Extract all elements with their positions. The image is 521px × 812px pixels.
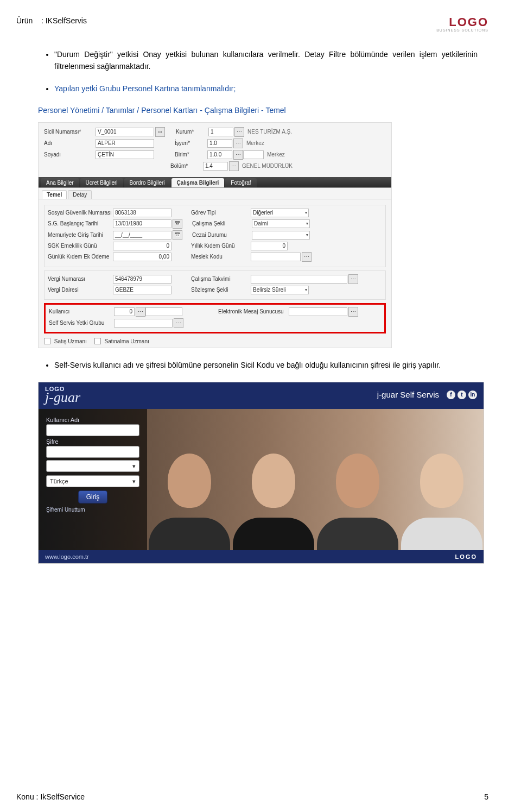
lbl-ykg: Yıllık Kıdem Günü (191, 243, 251, 249)
fld-mk[interactable] (251, 253, 301, 261)
fld-sicil[interactable]: V_0001 (96, 128, 154, 136)
calendar-icon[interactable] (173, 219, 182, 229)
birim-desc: Merkez (267, 152, 285, 158)
login-screenshot: LOGO j-guar j-guar Self Servis f t in Ku… (38, 382, 484, 564)
forgot-password-link[interactable]: Şifremi Unuttum (46, 507, 139, 513)
lbl-mgt: Memuriyete Giriş Tarihi (48, 232, 113, 238)
chevron-down-icon: ▾ (305, 287, 307, 292)
lookup-icon[interactable] (233, 139, 243, 148)
fld-birim-extra[interactable] (243, 150, 264, 159)
lookup-icon[interactable] (233, 150, 243, 160)
fld-vd[interactable]: GEBZE (113, 286, 171, 294)
tab-ucret-bilgileri[interactable]: Ücret Bilgileri (80, 178, 123, 187)
sel-ss[interactable]: Belirsiz Süreli▾ (251, 286, 309, 294)
fld-soyadi[interactable]: ÇETİN (96, 150, 154, 159)
bullet-2-line1: Yapılan yetki Grubu Personel Kartına tan… (54, 84, 236, 93)
product-name: IKSelfServis (46, 16, 87, 25)
social-icons: f t in (447, 391, 477, 399)
lbl-vd: Vergi Dairesi (48, 287, 113, 293)
fld-kullanici[interactable]: 0 (114, 307, 135, 316)
fld-sgn[interactable]: 8063138 (113, 209, 171, 217)
fld-ems[interactable] (289, 307, 347, 316)
lbl-sgb: S.G. Başlangıç Tarihi (48, 221, 113, 226)
lookup-icon[interactable] (348, 274, 358, 284)
fld-bolum-code[interactable]: 1.4 (203, 162, 228, 171)
subtab-temel[interactable]: Temel (42, 190, 67, 199)
fld-seg[interactable]: 0 (113, 242, 171, 250)
chk-satis-uzmani[interactable] (44, 338, 50, 344)
sel-cd[interactable]: ▾ (252, 231, 310, 240)
sel-cs[interactable]: Daimi▾ (252, 219, 310, 228)
tab-fotograf[interactable]: Fotoğraf (225, 178, 256, 187)
lbl-username: Kullanıcı Adı (46, 417, 139, 423)
subtab-detay[interactable]: Detay (68, 190, 92, 199)
twitter-icon[interactable]: t (458, 391, 466, 399)
lbl-gt: Görev Tipi (191, 210, 251, 216)
lbl-ems: Elektronik Mesaj Sunucusu (218, 309, 289, 314)
login-panel: Kullanıcı Adı Şifre ▾ Türkçe▾ Giriş Şifr… (39, 409, 147, 550)
tab-calisma-bilgileri[interactable]: Çalışma Bilgileri (171, 178, 225, 187)
lookup-icon[interactable] (229, 161, 239, 171)
main-tabs: Ana Bilgiler Ücret Bilgileri Bordro Bilg… (39, 177, 391, 188)
konu-value: IkSelfService (40, 792, 85, 801)
lookup-icon[interactable] (174, 318, 183, 328)
lookup-icon[interactable] (234, 127, 244, 137)
lbl-sgn: Sosyal Güvenlik Numarası (48, 210, 113, 216)
bullet-2: Yapılan yetki Grubu Personel Kartına tan… (54, 83, 478, 95)
lbl-password: Şifre (46, 438, 139, 445)
fld-isyeri-code[interactable]: 1.0 (207, 139, 232, 148)
input-password[interactable] (46, 446, 139, 458)
fld-mgt[interactable]: __/__/____ (113, 231, 171, 240)
tab-ana-bilgiler[interactable]: Ana Bilgiler (41, 178, 79, 187)
footer-logo: LOGO (455, 553, 477, 560)
fld-birim-code[interactable]: 1.0.0 (207, 150, 232, 159)
lbl-adi: Adı (44, 140, 96, 146)
chevron-down-icon: ▾ (305, 210, 307, 215)
brand-logo: LOGO BUSINESS SOLUTIONS (436, 16, 488, 32)
fld-vn[interactable]: 546478979 (113, 275, 171, 284)
kurum-desc: NES TURİZM A.Ş. (247, 129, 292, 135)
product-label: Ürün (16, 16, 33, 25)
card-icon[interactable]: ▭ (155, 127, 165, 137)
fld-gke[interactable]: 0,00 (113, 253, 171, 261)
footer-url[interactable]: www.logo.com.tr (45, 553, 89, 560)
select-empty[interactable]: ▾ (46, 460, 139, 472)
calendar-icon[interactable] (173, 230, 182, 240)
bolum-desc: GENEL MÜDÜRLÜK (242, 163, 293, 169)
input-username[interactable] (46, 424, 139, 436)
lbl-kullanici: Kullanıcı (49, 309, 114, 314)
tab-bordro-bilgileri[interactable]: Bordro Bilgileri (124, 178, 170, 187)
facebook-icon[interactable]: f (447, 391, 455, 399)
hero-people-image (147, 409, 484, 550)
logo-text: LOGO (436, 16, 488, 28)
jguar-logo: LOGO j-guar (45, 386, 80, 404)
fld-ssyg[interactable] (114, 319, 173, 328)
lbl-ss: Sözleşme Şekli (191, 287, 251, 293)
linkedin-icon[interactable]: in (468, 391, 477, 399)
login-button[interactable]: Giriş (78, 490, 108, 503)
lbl-bolum: Bölüm* (170, 163, 203, 169)
fld-sgb[interactable]: 13/01/1980 (113, 219, 171, 228)
lbl-ssyg: Self Servis Yetki Grubu (49, 320, 114, 326)
product-sep: : (41, 16, 43, 25)
fld-ct[interactable] (251, 275, 347, 284)
lbl-seg: SGK Emeklilik Günü (48, 243, 113, 249)
fld-kullanici-name[interactable] (145, 307, 182, 316)
chk-satinalma-uzmani[interactable] (94, 338, 101, 344)
highlighted-section: Kullanıcı 0 Elektronik Mesaj Sunucusu Se… (44, 303, 386, 333)
lbl-cd: Cezai Durumu (192, 232, 252, 238)
fld-ykg[interactable]: 0 (251, 242, 288, 250)
fld-adi[interactable]: ALPER (96, 139, 154, 148)
chevron-down-icon: ▾ (306, 221, 308, 226)
lookup-icon[interactable] (302, 252, 312, 262)
bullet-3: Self-Servis kullanıcı adı ve şifresi böl… (54, 359, 478, 371)
bullet-1: "Durum Değiştir" yetkisi Onay yetkisi bu… (54, 48, 478, 73)
chevron-down-icon: ▾ (132, 478, 136, 485)
sel-gt[interactable]: Diğerleri▾ (251, 209, 309, 217)
lookup-icon[interactable] (136, 307, 145, 317)
lbl-vn: Vergi Numarası (48, 276, 113, 282)
page-header-product: Ürün : IKSelfServis (16, 16, 87, 25)
fld-kurum-code[interactable]: 1 (208, 128, 233, 136)
lookup-icon[interactable] (348, 307, 358, 317)
select-language[interactable]: Türkçe▾ (46, 475, 139, 487)
